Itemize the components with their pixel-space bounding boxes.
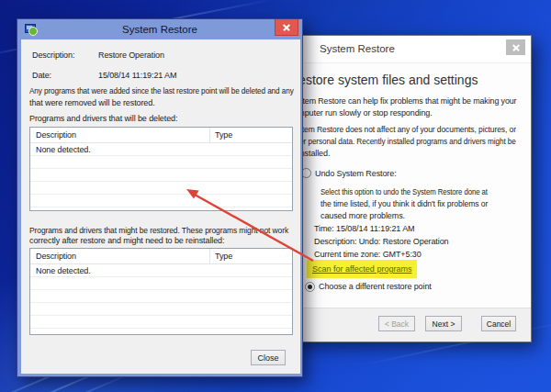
wizard-intro-line: System Restore can help fix problems tha…: [289, 96, 516, 106]
note-line: that were removed will be restored.: [29, 98, 155, 107]
system-restore-icon: [25, 23, 38, 36]
restored-list-label-line: correctly after restore and might need t…: [29, 236, 224, 245]
cancel-button[interactable]: Cancel: [481, 316, 516, 331]
close-icon[interactable]: [506, 39, 525, 55]
wizard-intro-line: computer run slowly or stop responding.: [289, 108, 433, 118]
details-client-area: Description: Restore Operation Date: 15/…: [21, 39, 300, 374]
details-title: System Restore: [122, 24, 197, 35]
date-label: Date:: [32, 71, 51, 80]
scan-for-affected-programs-link[interactable]: Scan for affected programs: [312, 264, 411, 274]
table-body: None detected.: [30, 143, 292, 210]
column-header-type[interactable]: Type: [215, 252, 232, 261]
column-header-description[interactable]: Description: [36, 130, 76, 140]
close-icon[interactable]: [275, 19, 298, 36]
table-row[interactable]: None detected.: [36, 266, 91, 275]
restored-list-label-line: Programs and drivers that might be resto…: [29, 226, 288, 235]
table-header: Description Type: [30, 249, 292, 264]
wizard-footer: < Back Next > Cancel: [279, 308, 531, 342]
undo-desc-line: caused more problems.: [320, 211, 405, 220]
close-button[interactable]: Close: [251, 350, 286, 365]
table-row[interactable]: None detected.: [36, 145, 91, 154]
details-titlebar[interactable]: System Restore: [17, 19, 302, 39]
column-header-description[interactable]: Description: [36, 252, 76, 261]
next-button[interactable]: Next >: [425, 316, 462, 331]
choose-restore-point-label: Choose a different restore point: [319, 282, 432, 291]
system-restore-details-window: System Restore Description: Restore Oper…: [17, 18, 303, 377]
yellow-highlight-annotation: Scan for affected programs: [307, 260, 417, 278]
wizard-heading: Restore system files and settings: [289, 73, 478, 87]
back-button[interactable]: < Back: [378, 316, 415, 331]
restore-time-text: Time: 15/08/14 11:19:21 AM: [314, 224, 414, 233]
table-header: Description Type: [30, 128, 292, 143]
restore-description-text: Description: Undo: Restore Operation: [314, 237, 448, 246]
deleted-programs-table[interactable]: Description Type None detected.: [29, 127, 293, 211]
description-label: Description:: [32, 50, 74, 60]
choose-restore-point-radio[interactable]: [305, 282, 315, 292]
wizard-title: System Restore: [320, 43, 395, 54]
undo-desc-line: the time listed, if you think it didn't …: [320, 199, 488, 208]
date-value: 15/08/14 11:19:21 AM: [98, 71, 176, 80]
table-body: None detected.: [30, 264, 292, 334]
deleted-list-label: Programs and drivers that will be delete…: [29, 114, 177, 123]
description-value: Restore Operation: [98, 50, 164, 60]
note-line: Any programs that were added since the l…: [29, 86, 294, 95]
restored-programs-table[interactable]: Description Type None detected.: [29, 248, 293, 335]
wizard-info-line: System Restore does not affect any of yo…: [289, 125, 516, 134]
column-header-type[interactable]: Type: [215, 130, 232, 140]
timezone-text: Current time zone: GMT+5:30: [314, 250, 422, 259]
undo-desc-line: Select this option to undo the System Re…: [320, 187, 488, 196]
system-restore-wizard-window: System Restore Restore system files and …: [278, 35, 532, 342]
undo-system-restore-label: Undo System Restore:: [315, 169, 397, 178]
wizard-info-line: other personal data. Recently installed …: [289, 137, 516, 146]
wizard-titlebar[interactable]: System Restore: [279, 36, 531, 63]
